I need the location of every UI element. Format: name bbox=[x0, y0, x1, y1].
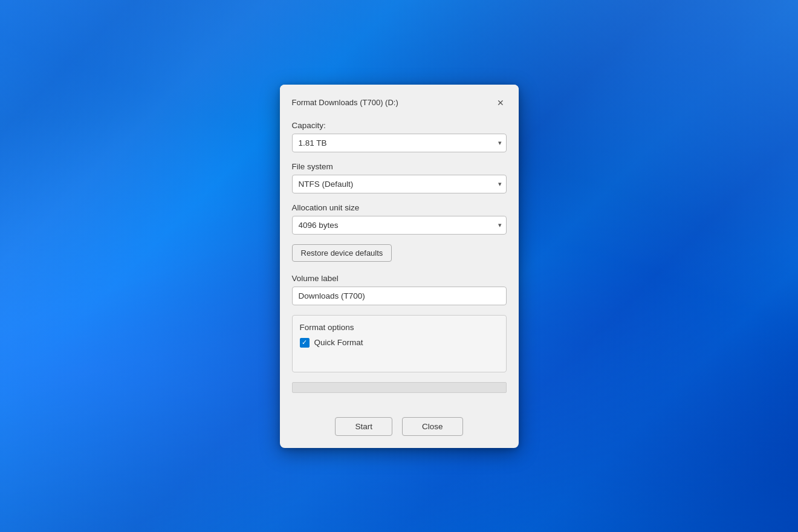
progress-bar-container bbox=[292, 382, 507, 393]
format-dialog: Format Downloads (T700) (D:) ✕ Capacity:… bbox=[280, 85, 519, 448]
volume-label-label: Volume label bbox=[292, 274, 507, 283]
quick-format-row: ✓ Quick Format bbox=[300, 338, 499, 348]
dialog-title: Format Downloads (T700) (D:) bbox=[292, 98, 398, 107]
volume-label-input[interactable] bbox=[292, 287, 507, 305]
file-system-select-wrapper: NTFS (Default) FAT32 exFAT ▾ bbox=[292, 175, 507, 193]
allocation-unit-select-wrapper: 512 bytes 1024 bytes 2048 bytes 4096 byt… bbox=[292, 216, 507, 235]
close-icon-button[interactable]: ✕ bbox=[492, 94, 509, 111]
capacity-label: Capacity: bbox=[292, 121, 507, 130]
quick-format-checkbox[interactable]: ✓ bbox=[300, 338, 310, 348]
file-system-label: File system bbox=[292, 162, 507, 171]
file-system-select[interactable]: NTFS (Default) FAT32 exFAT bbox=[292, 175, 507, 193]
restore-defaults-button[interactable]: Restore device defaults bbox=[292, 244, 392, 262]
dialog-footer: Start Close bbox=[280, 417, 519, 448]
file-system-field-group: File system NTFS (Default) FAT32 exFAT ▾ bbox=[292, 162, 507, 193]
close-icon: ✕ bbox=[497, 98, 504, 108]
allocation-unit-select[interactable]: 512 bytes 1024 bytes 2048 bytes 4096 byt… bbox=[292, 216, 507, 235]
checkmark-icon: ✓ bbox=[302, 339, 307, 346]
dialog-body: Capacity: 1.81 TB ▾ File system NTFS (De… bbox=[280, 118, 519, 417]
capacity-field-group: Capacity: 1.81 TB ▾ bbox=[292, 121, 507, 152]
start-button[interactable]: Start bbox=[335, 417, 392, 436]
allocation-unit-label: Allocation unit size bbox=[292, 203, 507, 212]
close-button[interactable]: Close bbox=[402, 417, 463, 436]
quick-format-label: Quick Format bbox=[314, 338, 363, 347]
dialog-overlay: Format Downloads (T700) (D:) ✕ Capacity:… bbox=[0, 0, 798, 532]
volume-label-field-group: Volume label bbox=[292, 274, 507, 305]
allocation-unit-field-group: Allocation unit size 512 bytes 1024 byte… bbox=[292, 203, 507, 235]
capacity-select[interactable]: 1.81 TB bbox=[292, 134, 507, 152]
format-options-box: Format options ✓ Quick Format bbox=[292, 315, 507, 372]
format-options-title: Format options bbox=[300, 323, 499, 332]
capacity-select-wrapper: 1.81 TB ▾ bbox=[292, 134, 507, 152]
dialog-titlebar: Format Downloads (T700) (D:) ✕ bbox=[280, 85, 519, 118]
